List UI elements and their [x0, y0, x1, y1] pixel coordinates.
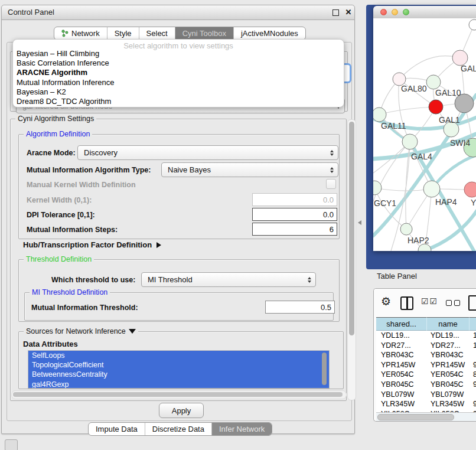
attribute-item-selected[interactable]: TopologicalCoefficient [28, 360, 329, 370]
algorithm-option[interactable]: Mutual Information Inference [17, 78, 340, 87]
algorithm-option[interactable]: Basic Correlation Inference [17, 58, 340, 68]
panel-resize-arrow-icon[interactable] [358, 220, 361, 225]
table-cell[interactable]: YER054C [381, 370, 414, 379]
node-label-hap2: HAP2 [407, 236, 429, 245]
table-hscrollbar-track[interactable] [376, 412, 476, 421]
control-panel-window: Control Panel ✕ Network Style Select Cyn… [1, 5, 355, 434]
node-label-gal10: GAL10 [435, 88, 461, 97]
column-header-partial[interactable] [470, 317, 476, 331]
node-gal1-red[interactable] [429, 100, 443, 114]
which-threshold-combo[interactable]: MI Threshold [141, 272, 316, 287]
hub-definition-expander[interactable]: Hub/Transcription Factor Definition [23, 240, 161, 249]
mi-steps-field[interactable]: 6 [252, 223, 337, 236]
tab-style[interactable]: Style [107, 27, 139, 40]
close-panel-icon[interactable]: ✕ [344, 6, 353, 19]
column-header-name[interactable]: name [427, 317, 470, 331]
zoom-button[interactable] [403, 9, 409, 15]
float-window-icon[interactable] [332, 9, 339, 16]
tab-jactivemnodules[interactable]: jActiveMNodules [234, 27, 305, 40]
split-columns-icon[interactable] [400, 296, 413, 310]
node-label-hap4: HAP4 [435, 197, 457, 207]
apply-button[interactable]: Apply [159, 403, 204, 418]
settings-hscrollbar-thumb[interactable] [13, 392, 343, 397]
attribute-item-selected[interactable]: gal4RGexp [28, 380, 329, 389]
table-cell[interactable]: YLR345W [381, 400, 415, 408]
aracne-mode-label: Aracne Mode: [27, 149, 76, 157]
algorithm-dropdown: Select algorithm to view settings Bayesi… [12, 39, 344, 107]
tab-network-label: Network [71, 29, 100, 38]
table-panel-title: Table Panel [377, 272, 417, 281]
mi-algorithm-type-combo[interactable]: Naive Bayes [161, 162, 338, 177]
collapsed-panel-button[interactable] [5, 439, 18, 450]
tab-discretize-data[interactable]: Discretize Data [145, 423, 212, 435]
algorithm-option[interactable]: Dream8 DC_TDC Algorithm [17, 97, 340, 106]
table-cell[interactable]: YDR27... [381, 341, 411, 350]
table-cell[interactable]: YBL079W [381, 390, 414, 399]
cyni-settings-group-title: Cyni Algorithm Settings [15, 115, 96, 123]
select-all-checks-icon[interactable]: ☑☑ [421, 296, 438, 306]
table-cell[interactable]: YPR145W [381, 361, 415, 369]
manual-kernel-checkbox[interactable] [326, 179, 336, 189]
aracne-mode-combo[interactable]: Discovery [77, 145, 338, 160]
node-label-gal1: GAL1 [439, 115, 460, 125]
manual-kernel-width-label: Manual Kernel Width Definition [27, 181, 136, 189]
network-window-titlebar[interactable] [373, 6, 476, 19]
settings-vscrollbar-thumb[interactable] [349, 122, 354, 335]
table-toolbar: ⚙ ☑☑ [374, 289, 476, 317]
mi-threshold-label: Mutual Information Threshold: [31, 304, 138, 312]
algorithm-option[interactable]: Bayesian – Hill Climbing [17, 49, 340, 58]
node-label-y: Y [471, 198, 476, 207]
minimize-button[interactable] [392, 9, 398, 15]
network-window[interactable]: GAL GAL80 GAL10 GAL1 SWI4 GAL11 GAL4 GCY… [373, 6, 476, 251]
node-gal4[interactable] [402, 134, 418, 149]
settings-hscrollbar-track[interactable] [11, 390, 347, 399]
sources-group-title[interactable]: Sources for Network Inference [24, 327, 138, 335]
table-cell[interactable]: YBR043C [381, 351, 414, 359]
node[interactable] [469, 19, 476, 30]
collapse-down-icon [129, 329, 136, 334]
column-header-shared-name[interactable]: shared... [376, 317, 427, 331]
gear-icon[interactable]: ⚙ [381, 295, 391, 308]
dpi-tolerance-field[interactable]: 0.0 [252, 208, 337, 221]
node-hap2[interactable] [400, 223, 412, 235]
node-salmon[interactable] [464, 182, 476, 197]
algorithm-definition-title: Algorithm Definition [24, 130, 92, 138]
attributes-list-scrollbar[interactable] [322, 353, 327, 385]
node-gal11[interactable] [373, 107, 386, 122]
combo-spinner-icon [308, 277, 311, 283]
combo-spinner-icon [330, 167, 334, 173]
mi-steps-label: Mutual Information Steps: [27, 226, 118, 234]
table-cell[interactable]: YBR045C [381, 380, 414, 389]
node-label-gal80: GAL80 [401, 84, 427, 93]
tab-cyni-toolbox[interactable]: Cyni Toolbox [175, 27, 234, 40]
kernel-width-field[interactable]: 0.0 [252, 193, 337, 206]
table-cell[interactable]: YDL19... [381, 331, 410, 340]
algorithm-option-selected[interactable]: ARACNE Algorithm [17, 68, 340, 77]
network-canvas[interactable]: GAL GAL80 GAL10 GAL1 SWI4 GAL11 GAL4 GCY… [373, 18, 476, 251]
node-gal10[interactable] [426, 75, 441, 89]
expand-right-icon [157, 242, 161, 248]
tab-network[interactable]: Network [54, 27, 107, 40]
control-panel-title: Control Panel [8, 5, 54, 19]
mi-threshold-field[interactable]: 0.5 [265, 301, 335, 314]
algorithm-option[interactable]: Bayesian – K2 [17, 87, 340, 97]
attribute-item-selected[interactable]: BetweennessCentrality [28, 370, 329, 379]
attribute-item-selected[interactable]: SelfLoops [28, 351, 329, 360]
tab-select[interactable]: Select [139, 27, 175, 40]
settings-vscrollbar-track[interactable] [347, 119, 356, 400]
tab-infer-network[interactable]: Infer Network [212, 423, 272, 435]
application-root: Control Panel ✕ Network Style Select Cyn… [0, 0, 476, 450]
control-panel-tabbar: Network Style Select Cyni Toolbox jActiv… [54, 27, 306, 40]
control-panel-titlebar[interactable]: Control Panel ✕ [2, 5, 354, 20]
tab-impute-data[interactable]: Impute Data [89, 423, 145, 435]
threshold-definition-title: Threshold Definition [24, 255, 94, 263]
export-table-icon[interactable] [468, 295, 476, 311]
node-hap4[interactable] [423, 181, 440, 197]
close-button[interactable] [380, 9, 387, 15]
table-panel-window: ⚙ ☑☑ shared... name YDL19...YDL19...13 Y… [373, 288, 476, 422]
node-gcy1[interactable] [373, 181, 382, 195]
table-hscrollbar-thumb[interactable] [377, 414, 454, 420]
mi-type-label: Mutual Information Algorithm Type: [27, 166, 151, 174]
deselect-all-icon[interactable] [446, 300, 460, 306]
hub-definition-label: Hub/Transcription Factor Definition [23, 240, 152, 249]
